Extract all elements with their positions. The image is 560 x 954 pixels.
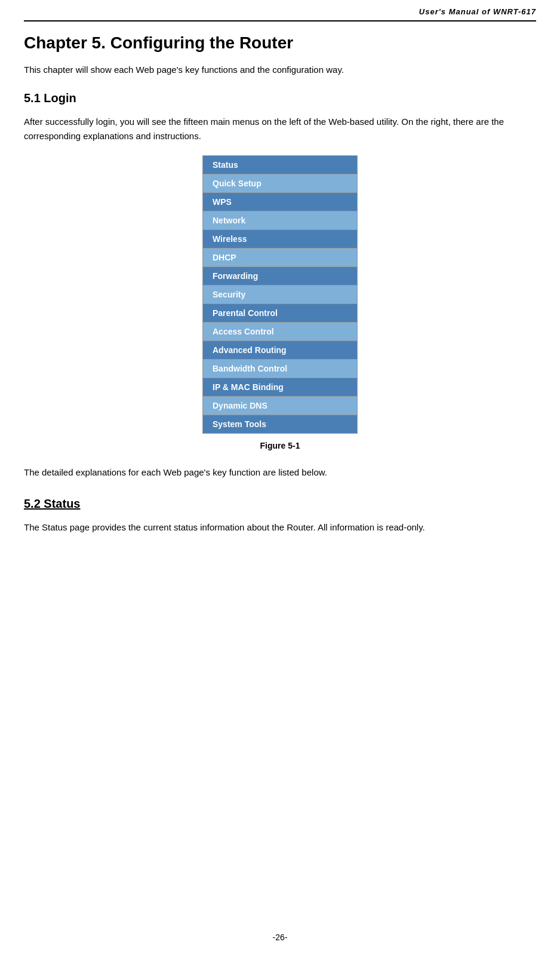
- section2-title: 5.2 Status: [24, 497, 536, 511]
- menu-item: Quick Setup: [203, 174, 358, 192]
- menu-item: Status: [203, 155, 358, 174]
- chapter-intro: This chapter will show each Web page's k…: [24, 63, 536, 77]
- header-title: User's Manual of WNRT-617: [419, 7, 536, 16]
- figure-area: StatusQuick SetupWPSNetworkWirelessDHCPF…: [24, 155, 536, 460]
- figure-caption: Figure 5-1: [260, 441, 300, 450]
- menu-table: StatusQuick SetupWPSNetworkWirelessDHCPF…: [202, 155, 358, 434]
- menu-item: Advanced Routing: [203, 341, 358, 359]
- page-number: -26-: [273, 932, 288, 942]
- menu-item: Wireless: [203, 229, 358, 248]
- menu-item: DHCP: [203, 248, 358, 266]
- menu-item: Bandwidth Control: [203, 359, 358, 378]
- section1-text: After successfully login, you will see t…: [24, 115, 536, 143]
- menu-item: Security: [203, 285, 358, 303]
- menu-item: System Tools: [203, 415, 358, 433]
- menu-item: IP & MAC Binding: [203, 378, 358, 396]
- page-header: User's Manual of WNRT-617: [24, 6, 536, 22]
- menu-item: Access Control: [203, 322, 358, 341]
- menu-item: Network: [203, 211, 358, 229]
- section1-title: 5.1 Login: [24, 91, 536, 105]
- page-footer: -26-: [0, 932, 560, 942]
- chapter-title: Chapter 5. Configuring the Router: [24, 33, 536, 53]
- menu-item: Forwarding: [203, 266, 358, 285]
- menu-item: WPS: [203, 192, 358, 211]
- after-figure-text: The detailed explanations for each Web p…: [24, 466, 536, 480]
- menu-item: Dynamic DNS: [203, 396, 358, 415]
- section2-text: The Status page provides the current sta…: [24, 520, 536, 535]
- menu-item: Parental Control: [203, 303, 358, 322]
- page-container: User's Manual of WNRT-617 Chapter 5. Con…: [0, 0, 560, 954]
